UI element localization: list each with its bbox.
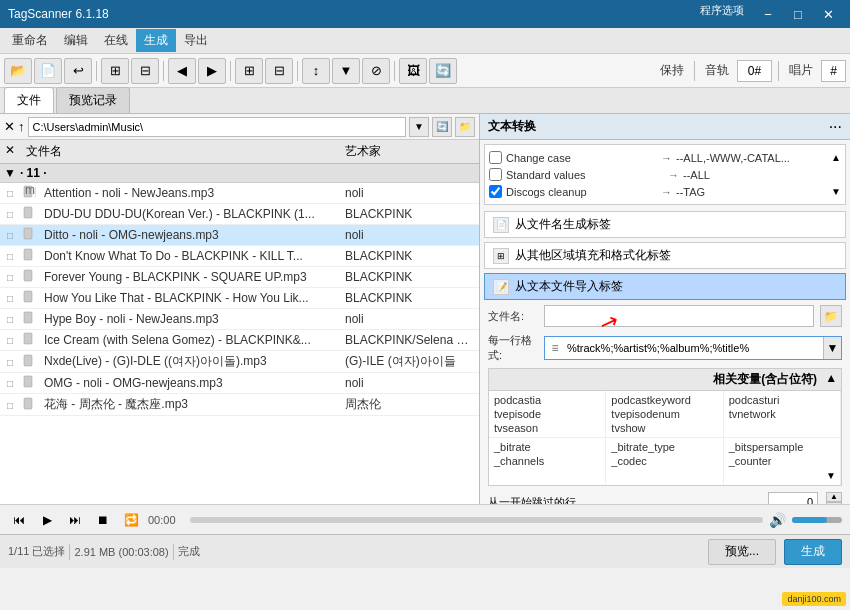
format-dropdown[interactable]: ▼ [823,337,841,359]
scroll-down-1[interactable]: ▼ [831,186,841,197]
maximize-button[interactable]: □ [784,3,812,25]
player-prev[interactable]: ⏮ [8,509,30,531]
var-item[interactable]: _bitspersample [726,440,838,454]
var-item[interactable]: _bitrate [491,440,603,454]
var-item[interactable]: _bitrate_type [608,440,720,454]
table-row[interactable]: □ OMG - noli - OMG-newjeans.mp3 noli [0,373,479,394]
path-up[interactable]: ↑ [18,119,25,134]
var-scroll-up[interactable]: ▲ [825,371,837,388]
table-row[interactable]: □ 花海 - 周杰伦 - 魔杰座.mp3 周杰伦 [0,394,479,416]
path-browse[interactable]: 📁 [455,117,475,137]
spin-up[interactable]: ▲ [826,492,842,502]
table-row[interactable]: □ Ice Cream (with Selena Gomez) - BLACKP… [0,330,479,351]
toolbar-grid[interactable]: ⊞ [101,58,129,84]
row-check[interactable]: □ [0,204,20,224]
change-case-check[interactable] [489,151,502,164]
player-play[interactable]: ▶ [36,509,58,531]
toolbar-add[interactable]: ⊞ [235,58,263,84]
bitrate-input[interactable] [737,60,772,82]
close-button[interactable]: ✕ [814,3,842,25]
var-item[interactable]: tvseason [491,421,603,435]
toolbar-refresh[interactable]: 🔄 [429,58,457,84]
from-filename-btn[interactable]: 📄 从文件名生成标签 [484,211,846,238]
right-panel-menu[interactable]: ··· [829,119,842,135]
row-check[interactable]: □ [0,373,20,393]
options-link[interactable]: 程序选项 [692,3,752,25]
progress-bar[interactable] [190,517,763,523]
toolbar-filter-down[interactable]: ▼ [332,58,360,84]
toolbar-prev[interactable]: ◀ [168,58,196,84]
standard-values-check[interactable] [489,168,502,181]
row-check[interactable]: □ [0,309,20,329]
row-check[interactable]: □ [0,395,20,415]
row-check[interactable]: □ [0,288,20,308]
toolbar-new[interactable]: 📄 [34,58,62,84]
table-row[interactable]: □ Nxde(Live) - (G)I-DLE ((여자)아이돌).mp3 (G… [0,351,479,373]
path-input[interactable] [28,117,407,137]
volume-slider[interactable] [792,517,842,523]
path-dropdown[interactable]: ▼ [409,117,429,137]
toolbar-sort[interactable]: ↕ [302,58,330,84]
var-item[interactable]: _counter [726,454,838,468]
var-item[interactable]: tvnetwork [726,407,838,421]
table-row[interactable]: □ Forever Young - BLACKPINK - SQUARE UP.… [0,267,479,288]
row-check[interactable]: □ [0,267,20,287]
tab-preview[interactable]: 预览记录 [56,87,130,113]
discogs-cleanup-check[interactable] [489,185,502,198]
table-row[interactable]: □ mp3 Attention - noli - NewJeans.mp3 no… [0,183,479,204]
spin-down[interactable]: ▼ [826,502,842,504]
var-item[interactable]: podcastkeyword [608,393,720,407]
player-repeat[interactable]: 🔁 [120,509,142,531]
menu-generate[interactable]: 生成 [136,29,176,52]
toolbar-list[interactable]: ⊟ [131,58,159,84]
row-check[interactable]: □ [0,352,20,372]
disc-input[interactable] [821,60,846,82]
toolbar-undo[interactable]: ↩ [64,58,92,84]
preview-button[interactable]: 预览... [708,539,776,565]
row-check[interactable]: □ [0,183,20,203]
table-row[interactable]: □ How You Like That - BLACKPINK - How Yo… [0,288,479,309]
menu-edit[interactable]: 编辑 [56,29,96,52]
var-scroll-down[interactable]: ▼ [824,468,838,483]
table-row[interactable]: □ Hype Boy - noli - NewJeans.mp3 noli [0,309,479,330]
minimize-button[interactable]: − [754,3,782,25]
toolbar-image[interactable]: 🖼 [399,58,427,84]
table-row[interactable]: □ Don't Know What To Do - BLACKPINK - KI… [0,246,479,267]
skip-input[interactable] [768,492,818,504]
var-item[interactable]: tvshow [608,421,720,435]
toolbar-remove[interactable]: ⊟ [265,58,293,84]
var-item[interactable]: tvepisode [491,407,603,421]
menu-online[interactable]: 在线 [96,29,136,52]
var-item[interactable]: podcastia [491,393,603,407]
volume-icon[interactable]: 🔊 [769,512,786,528]
toolbar-open[interactable]: 📂 [4,58,32,84]
toolbar-next[interactable]: ▶ [198,58,226,84]
tab-files[interactable]: 文件 [4,87,54,113]
scroll-up-1[interactable]: ▲ [831,152,841,163]
table-row[interactable]: □ DDU-DU DDU-DU(Korean Ver.) - BLACKPINK… [0,204,479,225]
var-item[interactable]: podcasturi [726,393,838,407]
filename-field[interactable] [544,305,814,327]
from-other-btn[interactable]: ⊞ 从其他区域填充和格式化标签 [484,242,846,269]
row-check[interactable]: □ [0,246,20,266]
format-input[interactable] [565,342,823,354]
player-next[interactable]: ⏭ [64,509,86,531]
generate-button[interactable]: 生成 [784,539,842,565]
col-filename-header[interactable]: 文件名 [20,140,339,163]
row-check[interactable]: □ [0,330,20,350]
row-check[interactable]: □ [0,225,20,245]
var-item[interactable]: _codec [608,454,720,468]
menu-export[interactable]: 导出 [176,29,216,52]
table-row[interactable]: □ Ditto - noli - OMG-newjeans.mp3 noli [0,225,479,246]
col-check-header[interactable]: ✕ [0,140,20,163]
player-stop[interactable]: ⏹ [92,509,114,531]
from-textfile-btn[interactable]: 📝 从文本文件导入标签 [484,273,846,300]
var-item[interactable]: _channels [491,454,603,468]
menu-rename[interactable]: 重命名 [4,29,56,52]
col-artist-header[interactable]: 艺术家 [339,140,479,163]
toolbar-filter[interactable]: ⊘ [362,58,390,84]
format-input-wrap: ≡ ▼ [544,336,842,360]
filename-browse[interactable]: 📁 [820,305,842,327]
var-item[interactable]: tvepisodenum [608,407,720,421]
path-refresh[interactable]: 🔄 [432,117,452,137]
